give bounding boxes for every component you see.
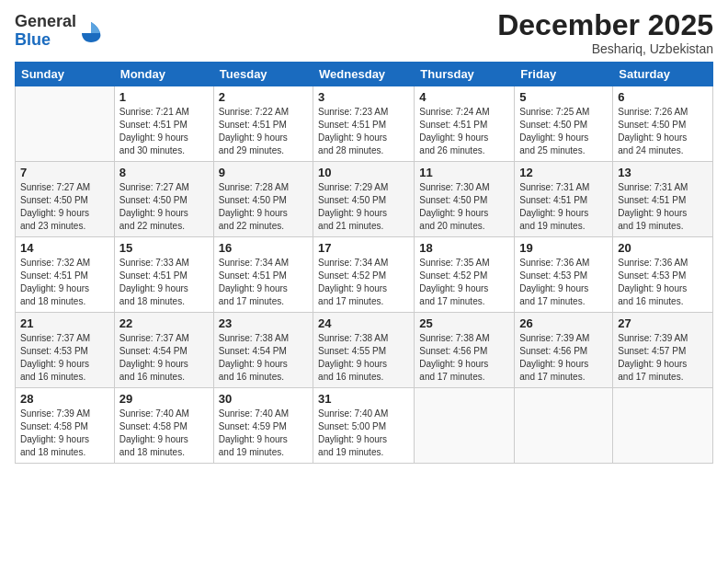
calendar-cell: 9Sunrise: 7:28 AMSunset: 4:50 PMDaylight… [213,162,313,237]
day-info: Sunrise: 7:40 AMSunset: 4:58 PMDaylight:… [119,408,209,459]
header: General Blue December 2025 Beshariq, Uzb… [15,9,713,56]
day-number: 1 [119,90,209,104]
calendar-cell: 3Sunrise: 7:23 AMSunset: 4:51 PMDaylight… [313,86,415,162]
day-number: 29 [119,392,209,406]
calendar-week-5: 28Sunrise: 7:39 AMSunset: 4:58 PMDayligh… [16,388,713,464]
day-number: 4 [419,90,509,104]
calendar-cell: 10Sunrise: 7:29 AMSunset: 4:50 PMDayligh… [313,162,415,237]
calendar-cell: 7Sunrise: 7:27 AMSunset: 4:50 PMDaylight… [16,162,115,237]
calendar-cell: 13Sunrise: 7:31 AMSunset: 4:51 PMDayligh… [613,162,713,237]
day-number: 11 [419,166,509,179]
day-info: Sunrise: 7:38 AMSunset: 4:54 PMDaylight:… [219,332,308,384]
calendar-cell: 16Sunrise: 7:34 AMSunset: 4:51 PMDayligh… [213,237,313,313]
calendar-cell: 17Sunrise: 7:34 AMSunset: 4:52 PMDayligh… [313,237,415,313]
calendar-cell [16,86,115,162]
day-info: Sunrise: 7:24 AMSunset: 4:51 PMDaylight:… [419,106,509,157]
calendar-cell: 14Sunrise: 7:32 AMSunset: 4:51 PMDayligh… [16,237,115,313]
calendar-cell: 1Sunrise: 7:21 AMSunset: 4:51 PMDaylight… [114,86,213,162]
day-number: 18 [419,241,509,255]
location: Beshariq, Uzbekistan [497,41,713,56]
title-block: December 2025 Beshariq, Uzbekistan [497,9,713,56]
day-number: 21 [20,316,109,330]
day-info: Sunrise: 7:37 AMSunset: 4:54 PMDaylight:… [119,332,209,384]
day-info: Sunrise: 7:23 AMSunset: 4:51 PMDaylight:… [318,106,409,157]
calendar-cell: 27Sunrise: 7:39 AMSunset: 4:57 PMDayligh… [613,313,713,388]
day-info: Sunrise: 7:36 AMSunset: 4:53 PMDaylight:… [519,257,608,308]
logo-icon [78,18,104,44]
calendar-cell: 15Sunrise: 7:33 AMSunset: 4:51 PMDayligh… [114,237,213,313]
month-title: December 2025 [497,9,713,41]
calendar-week-3: 14Sunrise: 7:32 AMSunset: 4:51 PMDayligh… [16,237,713,313]
calendar-week-2: 7Sunrise: 7:27 AMSunset: 4:50 PMDaylight… [16,162,713,237]
day-info: Sunrise: 7:31 AMSunset: 4:51 PMDaylight:… [519,181,608,233]
day-info: Sunrise: 7:32 AMSunset: 4:51 PMDaylight:… [20,257,109,308]
day-number: 14 [20,241,109,255]
day-number: 9 [219,166,308,179]
day-number: 5 [519,90,608,104]
day-info: Sunrise: 7:28 AMSunset: 4:50 PMDaylight:… [219,181,308,233]
page-container: General Blue December 2025 Beshariq, Uzb… [0,0,728,473]
day-info: Sunrise: 7:38 AMSunset: 4:56 PMDaylight:… [419,332,509,384]
calendar-cell: 21Sunrise: 7:37 AMSunset: 4:53 PMDayligh… [16,313,115,388]
day-number: 26 [519,316,608,330]
day-info: Sunrise: 7:40 AMSunset: 4:59 PMDaylight:… [219,408,308,459]
calendar-cell: 8Sunrise: 7:27 AMSunset: 4:50 PMDaylight… [114,162,213,237]
day-info: Sunrise: 7:29 AMSunset: 4:50 PMDaylight:… [318,181,409,233]
day-info: Sunrise: 7:38 AMSunset: 4:55 PMDaylight:… [318,332,409,384]
calendar-cell: 23Sunrise: 7:38 AMSunset: 4:54 PMDayligh… [213,313,313,388]
day-number: 24 [318,316,409,330]
calendar-header-row: Sunday Monday Tuesday Wednesday Thursday… [16,63,713,86]
day-number: 16 [219,241,308,255]
col-saturday: Saturday [613,63,713,86]
day-info: Sunrise: 7:35 AMSunset: 4:52 PMDaylight:… [419,257,509,308]
day-info: Sunrise: 7:27 AMSunset: 4:50 PMDaylight:… [20,181,109,233]
col-wednesday: Wednesday [313,63,415,86]
day-number: 30 [219,392,308,406]
calendar-cell: 22Sunrise: 7:37 AMSunset: 4:54 PMDayligh… [114,313,213,388]
logo-general-text: General [15,12,76,30]
day-info: Sunrise: 7:31 AMSunset: 4:51 PMDaylight:… [618,181,708,233]
calendar-cell: 26Sunrise: 7:39 AMSunset: 4:56 PMDayligh… [515,313,613,388]
calendar-week-4: 21Sunrise: 7:37 AMSunset: 4:53 PMDayligh… [16,313,713,388]
day-number: 13 [618,166,708,179]
day-info: Sunrise: 7:34 AMSunset: 4:51 PMDaylight:… [219,257,308,308]
calendar-cell: 6Sunrise: 7:26 AMSunset: 4:50 PMDaylight… [613,86,713,162]
day-number: 19 [519,241,608,255]
day-number: 10 [318,166,409,179]
day-info: Sunrise: 7:39 AMSunset: 4:57 PMDaylight:… [618,332,708,384]
day-info: Sunrise: 7:22 AMSunset: 4:51 PMDaylight:… [219,106,308,157]
calendar-table: Sunday Monday Tuesday Wednesday Thursday… [15,62,713,464]
day-number: 17 [318,241,409,255]
calendar-cell: 25Sunrise: 7:38 AMSunset: 4:56 PMDayligh… [415,313,515,388]
day-info: Sunrise: 7:37 AMSunset: 4:53 PMDaylight:… [20,332,109,384]
calendar-cell: 30Sunrise: 7:40 AMSunset: 4:59 PMDayligh… [213,388,313,464]
calendar-cell: 28Sunrise: 7:39 AMSunset: 4:58 PMDayligh… [16,388,115,464]
day-info: Sunrise: 7:39 AMSunset: 4:56 PMDaylight:… [519,332,608,384]
day-info: Sunrise: 7:34 AMSunset: 4:52 PMDaylight:… [318,257,409,308]
calendar-cell [515,388,613,464]
day-info: Sunrise: 7:26 AMSunset: 4:50 PMDaylight:… [618,106,708,157]
day-info: Sunrise: 7:30 AMSunset: 4:50 PMDaylight:… [419,181,509,233]
col-friday: Friday [515,63,613,86]
calendar-week-1: 1Sunrise: 7:21 AMSunset: 4:51 PMDaylight… [16,86,713,162]
calendar-cell: 11Sunrise: 7:30 AMSunset: 4:50 PMDayligh… [415,162,515,237]
calendar-cell [415,388,515,464]
day-number: 7 [20,166,109,179]
col-sunday: Sunday [16,63,115,86]
calendar-cell: 12Sunrise: 7:31 AMSunset: 4:51 PMDayligh… [515,162,613,237]
logo-blue-text: Blue [15,30,51,49]
day-number: 12 [519,166,608,179]
col-thursday: Thursday [415,63,515,86]
day-number: 27 [618,316,708,330]
day-number: 2 [219,90,308,104]
day-info: Sunrise: 7:40 AMSunset: 5:00 PMDaylight:… [318,408,409,459]
day-number: 28 [20,392,109,406]
calendar-cell: 29Sunrise: 7:40 AMSunset: 4:58 PMDayligh… [114,388,213,464]
day-number: 3 [318,90,409,104]
day-number: 8 [119,166,209,179]
calendar-cell: 24Sunrise: 7:38 AMSunset: 4:55 PMDayligh… [313,313,415,388]
day-info: Sunrise: 7:33 AMSunset: 4:51 PMDaylight:… [119,257,209,308]
day-info: Sunrise: 7:25 AMSunset: 4:50 PMDaylight:… [519,106,608,157]
day-info: Sunrise: 7:21 AMSunset: 4:51 PMDaylight:… [119,106,209,157]
calendar-cell: 2Sunrise: 7:22 AMSunset: 4:51 PMDaylight… [213,86,313,162]
